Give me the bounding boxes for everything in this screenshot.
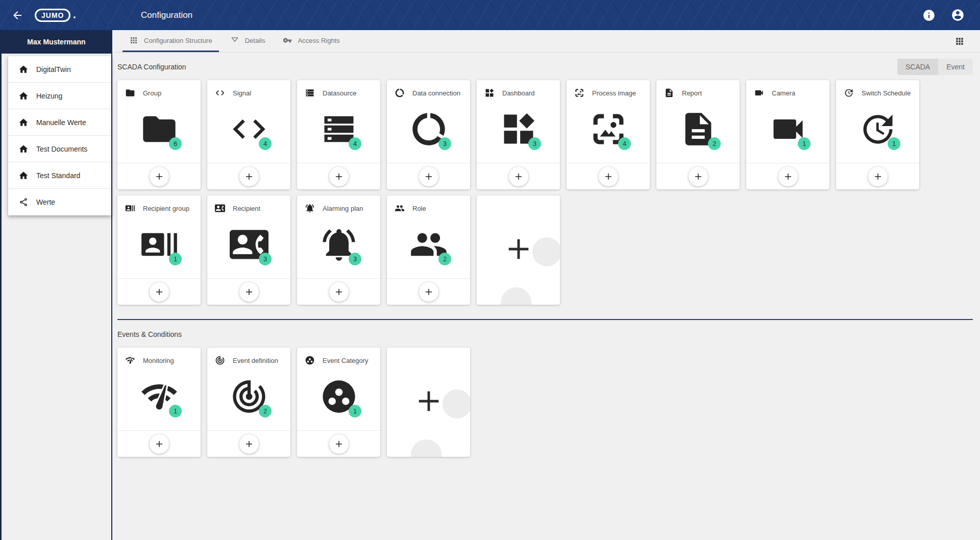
plus-icon (334, 172, 344, 181)
add-monitoring-button[interactable] (150, 434, 169, 454)
card-footer (567, 163, 650, 189)
card-footer (207, 278, 290, 305)
add-camera-button[interactable] (778, 167, 798, 186)
sidebar-item-test-documents[interactable]: Test Documents (8, 136, 111, 162)
account-icon[interactable] (951, 8, 965, 22)
card-event-definition[interactable]: Event definition2 (207, 348, 290, 457)
plus-icon (155, 172, 164, 181)
add-switch-schedule-button[interactable] (868, 167, 888, 186)
sidebar-item-label: Werte (36, 198, 55, 206)
tab-label: Access Rights (298, 37, 339, 44)
toggle-option-scada[interactable]: SCADA (897, 59, 938, 75)
card-recipient[interactable]: Recipient3 (207, 195, 290, 305)
count-badge: 6 (169, 137, 182, 150)
camera-icon (754, 88, 764, 98)
card-label: Event definition (233, 357, 278, 364)
add-event-category-button[interactable] (329, 434, 349, 454)
add-signal-button[interactable] (239, 167, 259, 186)
sidebar-item-digitaltwin[interactable]: DigitalTwin (8, 56, 111, 83)
sidebar-item-manuelle-werte[interactable]: Manuelle Werte (8, 109, 111, 136)
card-header: Datasource (297, 80, 380, 98)
card-label: Role (412, 205, 426, 212)
add-report-button[interactable] (689, 167, 708, 186)
add-configuration-tile[interactable] (477, 195, 560, 305)
add-alarming-plan-button[interactable] (329, 282, 349, 302)
puzzle-notch-right (532, 237, 560, 266)
add-datasource-button[interactable] (329, 167, 349, 186)
card-switch-schedule[interactable]: Switch Schedule1 (836, 80, 919, 189)
top-app-bar: JUMO Configuration (0, 0, 980, 30)
code-icon (215, 88, 225, 98)
sidebar-item-heizung[interactable]: Heizung (8, 83, 111, 109)
add-dashboard-button[interactable] (509, 167, 528, 186)
card-main-icon (117, 110, 201, 149)
add-event-definition-button[interactable] (239, 434, 259, 454)
count-badge: 3 (438, 137, 451, 150)
report-icon (664, 88, 674, 98)
toggle-option-event[interactable]: Event (938, 59, 973, 75)
main-content: SCADA ConfigurationSCADAEventGroup6Signa… (112, 53, 980, 540)
card-recipient-group[interactable]: Recipient group1 (117, 195, 201, 305)
share-icon (18, 197, 29, 207)
count-badge: 3 (528, 137, 541, 150)
sidebar-item-test-standard[interactable]: Test Standard (8, 162, 111, 189)
plus-icon (424, 287, 433, 297)
card-camera[interactable]: Camera1 (746, 80, 829, 189)
add-recipient-group-button[interactable] (150, 282, 169, 302)
apps-grid-button[interactable] (954, 30, 965, 53)
card-event-category[interactable]: Event Category1 (297, 348, 380, 457)
card-header: Role (387, 195, 470, 213)
info-icon[interactable] (922, 9, 936, 22)
home-icon (18, 117, 29, 128)
event-category-icon (305, 355, 315, 365)
card-process-image[interactable]: Process image4 (567, 80, 650, 189)
card-data-connection[interactable]: Data connection3 (387, 80, 470, 189)
count-badge: 3 (349, 253, 361, 265)
card-dashboard[interactable]: Dashboard3 (477, 80, 560, 189)
card-label: Group (143, 89, 161, 97)
card-role[interactable]: Role2 (387, 195, 470, 305)
card-signal[interactable]: Signal4 (207, 80, 290, 189)
card-header: Data connection (387, 80, 470, 98)
plus-icon (334, 287, 344, 297)
tab-configuration-structure[interactable]: Configuration Structure (122, 30, 219, 52)
card-header: Alarming plan (297, 195, 380, 213)
home-icon (18, 144, 29, 154)
tab-access-rights[interactable]: Access Rights (276, 30, 346, 52)
card-footer (117, 278, 201, 305)
card-monitoring[interactable]: Monitoring1 (117, 348, 201, 457)
count-badge: 2 (259, 405, 272, 418)
tab-details[interactable]: Details (224, 30, 272, 52)
plus-icon (604, 172, 613, 181)
jumo-logo-dot (74, 16, 76, 18)
card-main-icon (477, 110, 560, 149)
add-role-button[interactable] (419, 282, 438, 302)
card-label: Signal (233, 89, 251, 97)
count-badge: 2 (708, 137, 721, 150)
page-title: Configuration (141, 10, 192, 20)
card-alarming-plan[interactable]: Alarming plan3 (297, 195, 380, 305)
plus-icon (783, 172, 793, 181)
add-process-image-button[interactable] (599, 167, 618, 186)
sidebar: Max Mustermann DigitalTwinHeizungManuell… (0, 30, 112, 540)
plus-icon (694, 172, 703, 181)
card-main-icon (117, 225, 201, 264)
card-datasource[interactable]: Datasource4 (297, 80, 380, 189)
card-group[interactable]: Group6 (117, 80, 201, 189)
add-recipient-button[interactable] (239, 282, 259, 302)
add-data-connection-button[interactable] (419, 167, 438, 186)
home-icon (18, 64, 29, 75)
add-group-button[interactable] (150, 167, 169, 186)
back-button[interactable] (8, 6, 27, 24)
home-icon (18, 91, 29, 101)
sidebar-item-label: Heizung (36, 92, 62, 100)
arrow-back-icon (11, 9, 23, 21)
count-badge: 1 (888, 137, 900, 150)
card-report[interactable]: Report2 (656, 80, 740, 189)
apps-grid-icon (954, 36, 965, 46)
sidebar-item-label: Manuelle Werte (36, 118, 86, 127)
card-main-icon (297, 110, 380, 149)
add-configuration-tile[interactable] (387, 348, 470, 457)
plus-icon (244, 287, 254, 297)
sidebar-item-werte[interactable]: Werte (8, 189, 111, 215)
